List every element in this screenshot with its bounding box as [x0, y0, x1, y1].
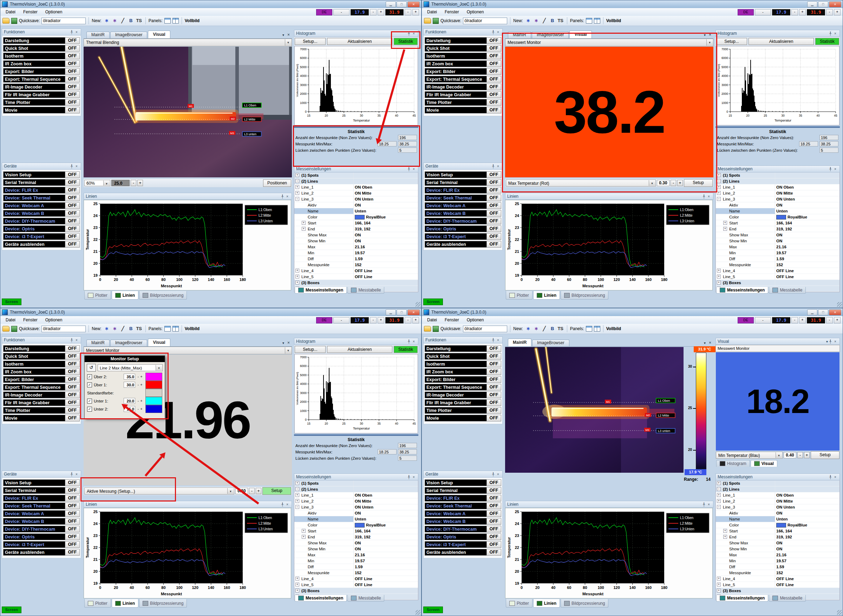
- resize-grip[interactable]: [837, 610, 842, 615]
- window-titlebar[interactable]: ThermoVision_JoeC (1.3.0.0) ▁ □ ×: [422, 308, 843, 317]
- off-toggle[interactable]: OFF: [65, 345, 80, 352]
- close-button[interactable]: ×: [408, 1, 420, 7]
- tree-row[interactable]: + (1) Spots: [294, 480, 418, 486]
- device-button[interactable]: Serial Terminal: [3, 487, 65, 494]
- off-toggle[interactable]: OFF: [65, 210, 80, 217]
- tree-expander[interactable]: +: [302, 227, 306, 231]
- checkbox[interactable]: ✓: [87, 374, 92, 379]
- max-temp-minus-button[interactable]: -: [826, 9, 833, 15]
- tree-row[interactable]: Diff 1.59: [294, 256, 418, 262]
- histogram-panel-header[interactable]: Histogram ╀ ×: [294, 338, 418, 345]
- device-button[interactable]: Geräte ausblenden: [425, 241, 487, 248]
- off-toggle[interactable]: OFF: [487, 68, 501, 75]
- maximize-button[interactable]: □: [397, 309, 407, 315]
- measurement-source-dropdown[interactable]: Max Temperatur (Rot) ▾: [506, 179, 656, 186]
- histogram-setup-button[interactable]: Setup...: [295, 346, 325, 353]
- tree-expander[interactable]: +: [295, 577, 299, 581]
- open-file-icon[interactable]: [3, 326, 9, 331]
- off-toggle[interactable]: OFF: [65, 376, 80, 383]
- function-button[interactable]: Time Plotter: [3, 99, 65, 106]
- maximize-button[interactable]: □: [818, 309, 828, 315]
- device-button[interactable]: Device: DIY-Thermocam: [425, 218, 487, 224]
- main-tab[interactable]: MainIR: [508, 339, 531, 346]
- tree-row[interactable]: Name Unten: [294, 516, 418, 522]
- menu-item[interactable]: Datei: [423, 317, 441, 323]
- function-button[interactable]: Flir IR Image Grabber: [3, 399, 65, 406]
- tree-expander[interactable]: +: [295, 191, 299, 195]
- tree-row[interactable]: + Line_5 OFF Line: [294, 274, 418, 280]
- off-toggle[interactable]: OFF: [65, 407, 80, 414]
- off-toggle[interactable]: OFF: [65, 368, 80, 375]
- tree-row[interactable]: Show Max ON: [716, 540, 840, 546]
- function-button[interactable]: Quick Shot: [425, 353, 487, 359]
- device-button[interactable]: Device: Webcam A: [425, 510, 487, 517]
- close-icon[interactable]: ×: [707, 503, 711, 506]
- max-temp-plus-button[interactable]: +: [412, 9, 419, 15]
- off-toggle[interactable]: OFF: [65, 179, 80, 186]
- off-toggle[interactable]: OFF: [487, 353, 501, 359]
- tree-row[interactable]: Aktiv ON: [716, 202, 840, 208]
- window-titlebar[interactable]: ThermoVision_JoeC (1.3.0.0) ▁ □ ×: [0, 0, 421, 9]
- device-button[interactable]: Serial Terminal: [3, 179, 65, 186]
- tree-expander[interactable]: +: [302, 535, 306, 539]
- tree-row[interactable]: Name Unten: [716, 208, 840, 214]
- off-toggle[interactable]: OFF: [487, 510, 501, 517]
- tree-row[interactable]: + (1) Spots: [716, 480, 840, 486]
- close-icon[interactable]: ×: [833, 167, 838, 171]
- close-icon[interactable]: ×: [496, 30, 500, 34]
- checkbox[interactable]: ✓: [87, 407, 92, 412]
- device-button[interactable]: Device: i3 T-Expert: [425, 233, 487, 240]
- quicksave-icon[interactable]: [11, 326, 17, 332]
- off-toggle[interactable]: OFF: [65, 233, 80, 240]
- close-icon[interactable]: ×: [74, 338, 79, 342]
- tree-row[interactable]: + (3) Boxes: [294, 588, 418, 594]
- chevron-down-icon[interactable]: ▾: [776, 452, 782, 458]
- setup-button[interactable]: Setup: [262, 487, 291, 495]
- off-toggle[interactable]: OFF: [487, 60, 501, 67]
- tree-expander[interactable]: +: [295, 275, 299, 279]
- new-measure-icon[interactable]: TS: [136, 18, 142, 24]
- aktualisieren-button[interactable]: Aktualisieren: [327, 346, 392, 353]
- function-button[interactable]: Movie: [425, 415, 487, 421]
- off-toggle[interactable]: OFF: [487, 218, 501, 224]
- device-button[interactable]: Vision Setup: [425, 480, 487, 486]
- menu-item[interactable]: Fenster: [441, 317, 463, 323]
- main-tab[interactable]: Visual: [569, 31, 591, 38]
- visual-mode-dropdown[interactable]: Thermal Blending ▾: [84, 39, 292, 46]
- off-toggle[interactable]: OFF: [65, 503, 80, 509]
- device-button[interactable]: Device: Optris: [3, 534, 65, 540]
- screen-badge[interactable]: Screen: [2, 607, 21, 613]
- function-button[interactable]: Darstellung: [3, 345, 65, 352]
- tree-row[interactable]: Name Unten: [294, 208, 418, 214]
- function-button[interactable]: Quick Shot: [3, 353, 65, 359]
- device-button[interactable]: Device: Webcam A: [425, 202, 487, 209]
- function-button[interactable]: IR-Image Decoder: [425, 84, 487, 90]
- function-button[interactable]: Isotherm: [3, 53, 65, 59]
- interval-value[interactable]: 0.30: [235, 488, 248, 494]
- tree-expander[interactable]: +: [295, 499, 299, 503]
- new-measure-icon[interactable]: TS: [557, 18, 564, 24]
- function-button[interactable]: Isotherm: [3, 361, 65, 367]
- geraete-panel-header[interactable]: Geräte ╀ ×: [423, 471, 503, 478]
- function-button[interactable]: Darstellung: [425, 345, 487, 352]
- minimize-button[interactable]: ▁: [807, 309, 817, 315]
- tree-row[interactable]: Min 19.57: [294, 558, 418, 564]
- max-temp-minus-button[interactable]: -: [405, 9, 411, 15]
- tree-expander[interactable]: −: [717, 197, 721, 201]
- tree-expander[interactable]: −: [717, 487, 721, 491]
- chevron-down-icon[interactable]: ▾: [282, 33, 284, 37]
- tree-row[interactable]: Show Min ON: [294, 546, 418, 552]
- tree-row[interactable]: Max 21.16: [716, 552, 840, 558]
- de-button[interactable]: DE: [737, 317, 754, 323]
- quicksave-icon[interactable]: [433, 18, 439, 24]
- tree-row[interactable]: Color RoyalBlue: [294, 214, 418, 220]
- tree-row[interactable]: + (1) Spots: [716, 172, 840, 178]
- close-icon[interactable]: ×: [833, 475, 838, 479]
- refresh-icon[interactable]: ↺: [87, 364, 96, 371]
- function-button[interactable]: IR Zoom box: [3, 368, 65, 375]
- off-toggle[interactable]: OFF: [487, 345, 501, 352]
- setup-button[interactable]: Setup: [811, 451, 840, 459]
- aktualisieren-button[interactable]: Aktualisieren: [327, 38, 392, 45]
- off-toggle[interactable]: OFF: [65, 84, 80, 90]
- menu-item[interactable]: Fenster: [19, 9, 41, 15]
